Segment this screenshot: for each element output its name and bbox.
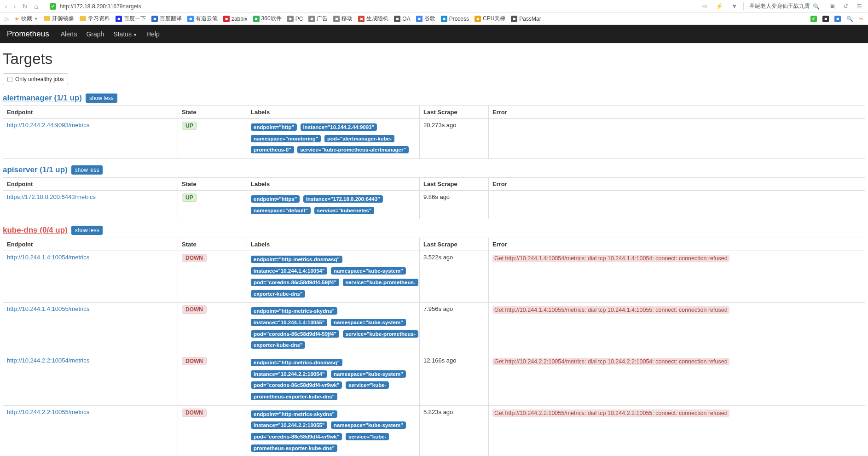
address-bar[interactable]: http://172.18.8.200:31679/targets	[60, 3, 141, 10]
th-labels: Labels	[247, 238, 420, 251]
label-pill: endpoint="http"	[251, 123, 297, 131]
job-title[interactable]: alertmanager (1/1 up)	[3, 94, 82, 103]
labels: endpoint="http-metrics-dnsmasq" instance…	[251, 357, 416, 403]
job-title[interactable]: kube-dns (0/4 up)	[3, 226, 68, 235]
favicon-icon: ■	[287, 16, 294, 22]
bookmark-label: PC	[295, 16, 303, 22]
bookmark-item[interactable]: ■广告	[308, 15, 328, 23]
favorites-label: 收藏	[21, 15, 32, 23]
targets-table: EndpointStateLabelsLast ScrapeErrorhttp:…	[3, 105, 865, 159]
checkbox-icon	[7, 77, 12, 82]
bookmark-item[interactable]: ■360软件	[253, 15, 282, 23]
last-scrape: 3.522s ago	[420, 251, 489, 303]
bookmark-ext-dark[interactable]: ■	[822, 16, 829, 22]
bookmark-item[interactable]: 开源镜像	[44, 15, 74, 23]
sidebar-icon[interactable]: ▣	[827, 3, 837, 10]
bookmark-item[interactable]: ■谷歌	[416, 15, 435, 23]
endpoint-link[interactable]: https://172.18.8.200:6443/metrics	[7, 193, 96, 200]
bookmark-item[interactable]: 学习资料	[80, 15, 110, 23]
favicon-icon: ■	[441, 16, 447, 22]
label-pill: namespace="kube-system"	[331, 319, 406, 326]
bookmark-item[interactable]: ■百度翻译	[151, 15, 182, 23]
bookmark-item[interactable]: ■Process	[441, 15, 469, 23]
endpoint-link[interactable]: http://10.244.2.2:10055/metrics	[7, 409, 89, 415]
target-row: http://10.244.1.4:10054/metricsDOWNendpo…	[3, 251, 865, 303]
bookmarks-play-icon[interactable]: ▷	[5, 16, 9, 22]
last-scrape: 12.166s ago	[420, 354, 489, 405]
browser-search[interactable]: 圣诞老人变身仙王战九霄 🔍	[743, 2, 823, 10]
reload-icon[interactable]: ↻	[21, 3, 29, 10]
only-unhealthy-toggle[interactable]: Only unhealthy jobs	[3, 73, 68, 85]
show-less-button[interactable]: show less	[71, 226, 103, 235]
job-title[interactable]: apiserver (1/1 up)	[3, 165, 68, 175]
brand[interactable]: Prometheus	[7, 29, 49, 39]
dropdown-icon[interactable]: ▼	[729, 3, 740, 10]
bookmark-item[interactable]: ■PC	[287, 15, 303, 23]
home-icon[interactable]: ⌂	[33, 3, 39, 10]
favicon-icon: ■	[187, 16, 194, 22]
targets-table: EndpointStateLabelsLast ScrapeErrorhttp:…	[3, 238, 865, 456]
label-pill: service="kube-prometheus-alertmanager"	[297, 146, 409, 153]
th-state: State	[178, 178, 247, 191]
bookmark-label: 百度一下	[124, 15, 146, 23]
menu-icon[interactable]: ☰	[854, 3, 864, 10]
url-host: 172.18.8.200	[74, 3, 106, 10]
label-pill: instance="10.244.2.2:10055"	[251, 421, 327, 429]
bookmark-label: 百度翻译	[160, 15, 182, 23]
targets-table: EndpointStateLabelsLast ScrapeErrorhttps…	[3, 177, 865, 219]
labels: endpoint="http-metrics-skydns" instance=…	[251, 409, 416, 454]
show-less-button[interactable]: show less	[71, 165, 103, 175]
error-cell: Get http://10.244.1.4:10055/metrics: dia…	[489, 303, 865, 354]
undo-icon[interactable]: ↺	[841, 3, 851, 10]
url-scheme: http://	[60, 3, 74, 10]
error-cell	[489, 119, 865, 159]
bookmark-ext-scissors[interactable]: ✂	[859, 16, 863, 22]
bolt-icon[interactable]: ⚡	[713, 3, 725, 10]
bookmark-ext-blue[interactable]: ■	[834, 16, 841, 22]
state-badge: DOWN	[182, 409, 207, 417]
share-icon[interactable]: ⇨	[700, 3, 710, 10]
endpoint-link[interactable]: http://10.244.1.4:10055/metrics	[7, 305, 89, 312]
nav-alerts[interactable]: Alerts	[61, 30, 77, 38]
bookmark-ext-search[interactable]: 🔍	[846, 16, 853, 22]
bookmark-item[interactable]: ■zabbix	[223, 15, 248, 23]
endpoint-link[interactable]: http://10.244.1.4:10054/metrics	[7, 254, 89, 261]
label-pill: instance="172.18.8.200:6443"	[303, 195, 383, 203]
favicon-icon: ■	[511, 16, 517, 22]
endpoint-link[interactable]: http://10.244.2.2:10054/metrics	[7, 357, 89, 364]
label-pill: pod="coredns-86c58d9df4-59jf4"	[251, 279, 339, 286]
bookmark-item[interactable]: ■百度一下	[116, 15, 146, 23]
label-pill: pod="coredns-86c58d9df4-vr9wk"	[251, 381, 342, 389]
bookmarks-bar: ▷ ★ 收藏 ▼ 开源镜像 学习资料 ■百度一下 ■百度翻译 ■有道云笔 ■za…	[0, 13, 868, 25]
search-icon: 🔍	[813, 3, 820, 10]
target-row: http://10.244.2.2:10055/metricsDOWNendpo…	[3, 405, 865, 456]
nav-status[interactable]: Status▼	[113, 30, 137, 38]
th-last-scrape: Last Scrape	[420, 106, 489, 119]
back-icon[interactable]: ‹	[4, 3, 9, 10]
th-state: State	[178, 106, 247, 119]
labels: endpoint="http-metrics-dnsmasq" instance…	[251, 254, 416, 299]
forward-icon[interactable]: ›	[12, 3, 17, 10]
endpoint-link[interactable]: http://10.244.2.44:9093/metrics	[7, 122, 89, 129]
nav-graph[interactable]: Graph	[86, 30, 104, 38]
bookmark-item[interactable]: ■有道云笔	[187, 15, 218, 23]
bookmark-label: CPU天梯	[483, 15, 505, 23]
th-endpoint: Endpoint	[3, 106, 178, 119]
nav-help[interactable]: Help	[146, 30, 160, 38]
label-pill: instance="10.244.1.4:10054"	[251, 267, 327, 275]
favorites-button[interactable]: ★ 收藏 ▼	[14, 15, 38, 23]
label-pill: endpoint="http-metrics-skydns"	[251, 307, 337, 315]
target-row: https://172.18.8.200:6443/metricsUPendpo…	[3, 191, 865, 219]
bookmark-item[interactable]: ■CPU天梯	[475, 15, 505, 23]
bookmark-item[interactable]: ■生成随机	[358, 15, 388, 23]
last-scrape: 20.273s ago	[420, 119, 489, 159]
bookmark-ext-green[interactable]: ✔	[810, 16, 817, 22]
show-less-button[interactable]: show less	[86, 94, 117, 103]
labels: endpoint="http" instance="10.244.2.44:90…	[251, 122, 416, 156]
bookmark-label: 谷歌	[424, 15, 435, 23]
bookmark-item[interactable]: ■移动	[333, 15, 353, 23]
bookmark-item[interactable]: ■PassMar	[511, 15, 541, 23]
bookmark-item[interactable]: ■OA	[394, 15, 410, 23]
th-last-scrape: Last Scrape	[420, 178, 489, 191]
state-badge: UP	[182, 193, 197, 202]
